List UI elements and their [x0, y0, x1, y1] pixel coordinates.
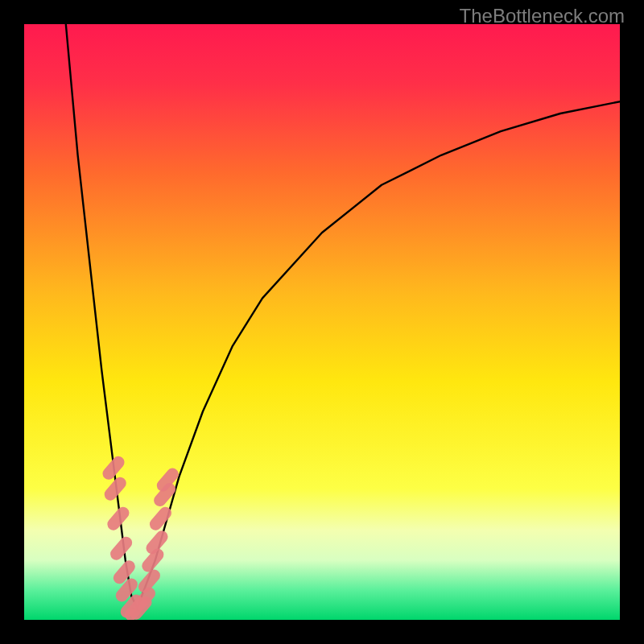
chart-container: TheBottleneck.com [0, 0, 644, 644]
marker-point [117, 543, 126, 554]
marker-point [110, 483, 120, 494]
watermark-text: TheBottleneck.com [460, 5, 625, 27]
marker-point [155, 513, 165, 524]
marker-point [122, 584, 131, 596]
marker-point [119, 567, 129, 578]
bottleneck-chart [0, 0, 644, 644]
marker-point [148, 555, 158, 566]
marker-point [139, 593, 149, 605]
marker-point [109, 462, 118, 473]
marker-point [144, 576, 154, 587]
chart-plot-area [24, 24, 620, 620]
marker-point [163, 474, 172, 485]
marker-point [152, 537, 162, 548]
marker-point [114, 513, 123, 524]
